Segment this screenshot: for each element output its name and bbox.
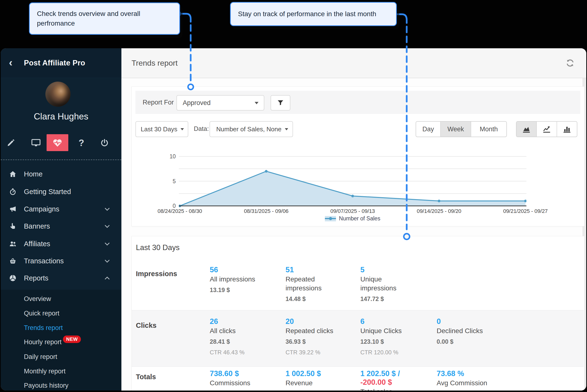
area-chart-button[interactable] <box>516 122 537 136</box>
chart-type-toggle-group <box>516 121 577 137</box>
sidebar-item-label: Transactions <box>24 257 64 265</box>
impressions-row-label: Impressions <box>136 270 177 278</box>
chevron-down-icon <box>180 128 184 130</box>
stat-value[interactable]: 56 <box>210 266 264 274</box>
row-divider <box>132 310 584 310</box>
data-point[interactable] <box>352 195 354 198</box>
funnel-icon <box>277 99 284 106</box>
submenu-item-label: Trends report <box>24 324 63 332</box>
collapse-sidebar-icon[interactable]: ‹ <box>9 57 18 69</box>
submenu-item-trends-report[interactable]: Trends report <box>1 320 122 335</box>
edit-profile-button[interactable] <box>4 136 18 150</box>
chevron-down-icon <box>285 128 288 130</box>
sidebar-item-reports[interactable]: Reports <box>1 270 122 287</box>
stat-value[interactable]: 0 <box>437 317 491 326</box>
users-icon <box>9 240 17 248</box>
sidebar-item-affiliates[interactable]: Affiliates <box>1 235 122 252</box>
user-name: Clara Hughes <box>1 112 122 122</box>
report-for-value: Approved <box>183 99 211 107</box>
sidebar-item-banners[interactable]: Banners <box>1 218 122 235</box>
reports-submenu: Overview Quick report Trends report Hour… <box>1 290 122 390</box>
x-axis-label: 08/24/2025 - 08/30 <box>158 208 202 214</box>
x-axis-label: 09/21/2025 - 09/27 <box>503 208 548 214</box>
submenu-item-daily-report[interactable]: Daily report <box>1 350 122 364</box>
stat-value[interactable]: 5 <box>360 266 415 274</box>
report-for-select[interactable]: Approved <box>176 95 264 110</box>
logout-button[interactable] <box>97 136 112 150</box>
bar-chart-button[interactable] <box>557 122 577 136</box>
monitor-button[interactable] <box>29 136 43 150</box>
chevron-down-icon <box>104 260 110 262</box>
sidebar-item-home[interactable]: Home <box>1 165 122 183</box>
basket-icon <box>9 257 17 265</box>
stat-cell-unique-impressions: 5 Unique impressions 147.72 $ <box>360 266 415 302</box>
chart-x-axis-labels: 08/24/2025 - 08/3008/31/2025 - 09/0609/0… <box>179 208 526 215</box>
stat-money: 28.41 $ <box>210 338 264 345</box>
stat-money: 0.00 $ <box>437 338 491 345</box>
submenu-item-label: Quick report <box>24 310 60 317</box>
period-month-button[interactable]: Month <box>471 122 506 136</box>
avatar[interactable] <box>46 82 70 107</box>
sidebar-item-transactions[interactable]: Transactions <box>1 252 122 270</box>
stat-money: 123.10 $ <box>360 338 415 345</box>
stat-label: All clicks <box>210 326 264 335</box>
submenu-item-label: Overview <box>24 295 51 303</box>
stat-cell-total-sales-refunds: 1 202.50 $ / -200.00 $ Total sales amoun… <box>360 369 415 390</box>
stat-cell-commissions: 738.60 $ Commissions <box>210 369 264 388</box>
stat-ctr: CTR 46.43 % <box>210 349 264 356</box>
submenu-item-hourly-report[interactable]: Hourly report <box>1 335 122 349</box>
data-point[interactable] <box>438 200 440 202</box>
stats-panel-title: Last 30 Days <box>136 243 180 252</box>
totals-row-label: Totals <box>136 373 156 381</box>
chevron-down-icon <box>104 242 110 246</box>
stat-cell-all-impressions: 56 All impressions 13.19 $ <box>210 266 264 294</box>
pencil-icon <box>7 139 15 147</box>
period-day-button[interactable]: Day <box>416 122 441 136</box>
filter-button[interactable] <box>270 95 290 110</box>
chevron-up-icon <box>104 276 110 280</box>
x-axis-label: 09/14/2025 - 09/20 <box>417 208 462 214</box>
stat-value[interactable]: 26 <box>210 317 264 326</box>
data-series-select[interactable]: Number of Sales, None <box>210 121 293 137</box>
stat-label: Total sales amount / <box>360 387 415 390</box>
stat-ctr: CTR 120.00 % <box>360 349 415 356</box>
topbar: Trends report <box>122 48 586 78</box>
health-status-button[interactable] <box>46 134 68 151</box>
submenu-item-monthly-report[interactable]: Monthly report <box>1 364 122 378</box>
stat-money: 14.48 $ <box>286 296 340 302</box>
date-range-select[interactable]: Last 30 Days <box>136 121 188 137</box>
chart-y-axis: 0510 <box>159 154 176 208</box>
stat-money: 13.19 $ <box>210 286 264 294</box>
tooltip-text: Check trends overview and overall perfro… <box>37 9 172 28</box>
line-chart-button[interactable] <box>537 122 557 136</box>
hand-pointer-icon <box>9 222 17 230</box>
stat-label: Revenue <box>286 378 340 388</box>
submenu-item-quick-report[interactable]: Quick report <box>1 306 122 320</box>
stat-value[interactable]: 20 <box>286 317 340 326</box>
submenu-item-payouts-history[interactable]: Payouts history <box>1 378 122 390</box>
sidebar-item-label: Getting Started <box>24 188 71 196</box>
coachmark-tooltip-performance: Stay on track of performance in the last… <box>230 2 397 26</box>
monitor-icon <box>32 139 40 147</box>
submenu-item-label: Hourly report <box>24 338 62 346</box>
submenu-item-overview[interactable]: Overview <box>1 292 122 306</box>
row-divider <box>132 366 584 367</box>
y-axis-label: 10 <box>159 153 176 160</box>
stat-cell-avg-commission: 73.68 % Avg Commission <box>437 369 491 388</box>
help-button[interactable]: ? <box>74 136 88 150</box>
pie-chart-icon <box>9 274 17 282</box>
sidebar-item-getting-started[interactable]: Getting Started <box>1 183 122 200</box>
data-point[interactable] <box>265 170 268 172</box>
refresh-button[interactable] <box>565 58 575 68</box>
stat-cell-declined-clicks: 0 Declined Clicks 0.00 $ <box>437 317 491 345</box>
sidebar-divider <box>1 160 122 160</box>
stat-cell-all-clicks: 26 All clicks 28.41 $ CTR 46.43 % <box>210 317 264 356</box>
megaphone-icon <box>9 205 17 213</box>
submenu-item-label: Payouts history <box>24 382 68 389</box>
sidebar-item-label: Affiliates <box>24 240 50 248</box>
sidebar-item-campaigns[interactable]: Campaigns <box>1 200 122 218</box>
stat-value[interactable]: 51 <box>286 266 340 274</box>
x-axis-label: 08/31/2025 - 09/06 <box>244 208 289 214</box>
period-week-button[interactable]: Week <box>441 122 471 136</box>
stat-value[interactable]: 6 <box>360 317 415 326</box>
